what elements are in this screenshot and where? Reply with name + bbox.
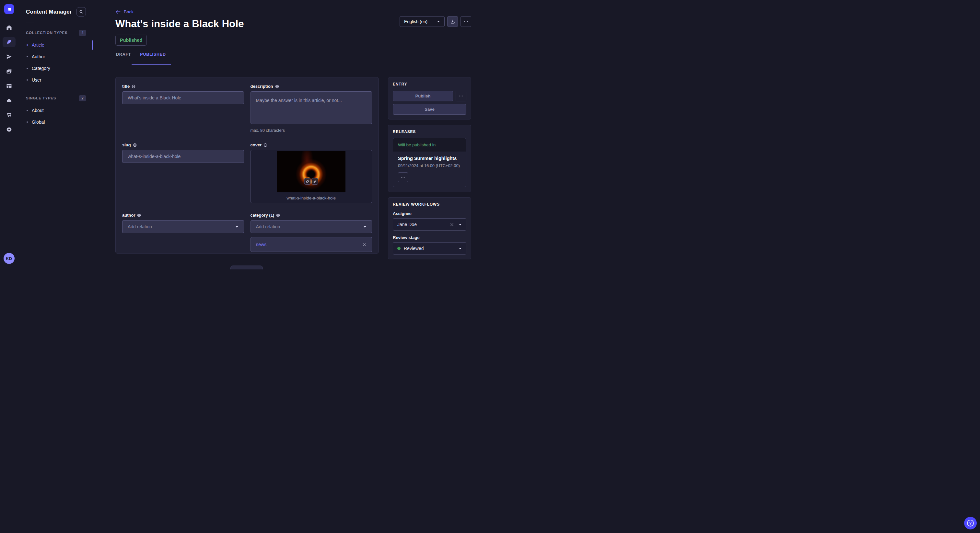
app-window: KD Content Manager COLLECTION TYPES 4 Ar… (0, 0, 490, 266)
field-author: author Add relation (122, 213, 244, 233)
chevron-down-icon (363, 226, 366, 228)
globe-icon (275, 84, 279, 89)
sidebar-divider (26, 22, 34, 22)
title-input[interactable] (122, 91, 244, 104)
back-arrow-icon (115, 10, 121, 14)
release-more-button[interactable] (398, 172, 408, 182)
active-item-indicator (92, 40, 93, 50)
language-select[interactable]: English (en) (399, 16, 445, 27)
entry-heading: ENTRY (393, 82, 466, 86)
sidebar-item-about[interactable]: About (18, 105, 93, 116)
globe-icon (276, 213, 280, 217)
tab-published[interactable]: PUBLISHED (135, 51, 170, 65)
chevron-down-icon (458, 224, 462, 226)
publish-button[interactable]: Publish (393, 90, 453, 102)
review-workflows-heading: REVIEW WORKFLOWS (393, 202, 466, 206)
layout-icon[interactable] (3, 81, 16, 91)
relation-link[interactable]: news (256, 242, 267, 247)
chevron-down-icon (437, 21, 440, 23)
remove-relation-icon[interactable] (362, 243, 366, 247)
back-link[interactable]: Back (115, 10, 134, 14)
ellipsis-icon (401, 175, 406, 180)
pencil-icon (313, 180, 317, 183)
sidebar-item-category[interactable]: Category (18, 62, 93, 74)
collection-types-count: 4 (79, 30, 86, 36)
single-types-label: SINGLE TYPES (26, 96, 56, 100)
globe-icon (264, 143, 267, 147)
page-title: What's inside a Black Hole (115, 18, 244, 30)
single-types-count: 2 (79, 95, 86, 102)
releases-heading: RELEASES (393, 130, 466, 134)
description-hint: max. 80 characters (250, 128, 372, 133)
bullet-icon (27, 44, 28, 46)
content-manager-feather-icon[interactable] (3, 37, 16, 47)
gear-icon[interactable] (3, 124, 16, 135)
field-title: title (122, 84, 244, 104)
copy-link-button[interactable] (304, 178, 311, 185)
main-content: Back What's inside a Black Hole English … (93, 0, 490, 266)
rail-nav (3, 22, 16, 135)
sidebar-item-global[interactable]: Global (18, 116, 93, 128)
release-title[interactable]: Spring Summer highlights (398, 156, 461, 161)
stage-status-dot (397, 247, 401, 250)
version-tabs: DRAFT PUBLISHED (115, 51, 471, 65)
home-icon[interactable] (3, 22, 16, 33)
strapi-logo-icon (6, 6, 12, 12)
tab-draft[interactable]: DRAFT (115, 51, 135, 65)
review-stage-label: Review stage (393, 235, 466, 240)
cloud-icon[interactable] (3, 95, 16, 106)
rail-divider (0, 249, 18, 249)
chevron-down-icon (235, 226, 239, 228)
review-workflows-panel: REVIEW WORKFLOWS Assignee Jane Doe (388, 197, 471, 259)
header-more-button[interactable] (460, 16, 471, 27)
cart-icon[interactable] (3, 110, 16, 120)
bullet-icon (27, 110, 28, 111)
strapi-logo[interactable] (4, 4, 14, 14)
search-button[interactable] (76, 7, 86, 16)
bullet-icon (27, 79, 28, 81)
cover-media-card: what-s-inside-a-black-hole (250, 150, 372, 203)
field-slug: slug (122, 143, 244, 163)
nav-rail: KD (0, 0, 18, 266)
releases-panel: RELEASES Will be published in Spring Sum… (388, 125, 471, 192)
cover-image-black-hole[interactable] (277, 151, 345, 192)
collection-types-section: COLLECTION TYPES 4 Article Author Catego… (18, 29, 93, 86)
content-manager-sidebar: Content Manager COLLECTION TYPES 4 Artic… (18, 0, 93, 266)
clear-assignee-icon[interactable] (450, 222, 454, 227)
search-icon (79, 10, 84, 14)
edit-image-button[interactable] (312, 178, 318, 185)
relation-item-news: news (250, 237, 372, 252)
collection-types-label: COLLECTION TYPES (26, 31, 67, 35)
release-date: 09/11/2024 at 16:00 (UTC+02:00) (398, 163, 461, 168)
sidebar-item-author[interactable]: Author (18, 51, 93, 62)
globe-icon (132, 84, 135, 89)
cover-image-actions (304, 178, 318, 185)
media-library-icon[interactable] (3, 66, 16, 76)
ellipsis-icon (458, 94, 463, 98)
description-textarea[interactable]: Maybe the answer is in this article, or … (250, 91, 372, 124)
assignee-combobox[interactable]: Jane Doe (393, 218, 466, 230)
user-avatar[interactable]: KD (3, 253, 14, 264)
sidebar-title: Content Manager (26, 9, 72, 15)
ellipsis-icon (463, 19, 469, 24)
category-relation-select[interactable]: Add relation (250, 220, 372, 233)
chevron-down-icon (458, 247, 462, 250)
cover-caption: what-s-inside-a-black-hole (286, 195, 336, 200)
review-stage-select[interactable]: Reviewed (393, 242, 466, 254)
entry-more-button[interactable] (456, 90, 466, 102)
assignee-label: Assignee (393, 211, 466, 216)
save-button[interactable]: Save (393, 104, 466, 115)
paper-plane-icon[interactable] (3, 51, 16, 62)
slug-input[interactable] (122, 150, 244, 163)
export-button[interactable] (447, 16, 458, 27)
field-description: description Maybe the answer is in this … (250, 84, 372, 133)
header-controls: English (en) (399, 16, 471, 27)
sidebar-item-user[interactable]: User (18, 74, 93, 86)
side-column: ENTRY Publish Save RELEASES Wil (388, 77, 471, 259)
field-cover: cover (250, 143, 372, 203)
field-category: category (1) Add relation (250, 213, 372, 252)
bullet-icon (27, 56, 28, 57)
author-relation-select[interactable]: Add relation (122, 220, 244, 233)
sidebar-item-article[interactable]: Article (18, 39, 93, 51)
globe-icon (133, 143, 137, 147)
